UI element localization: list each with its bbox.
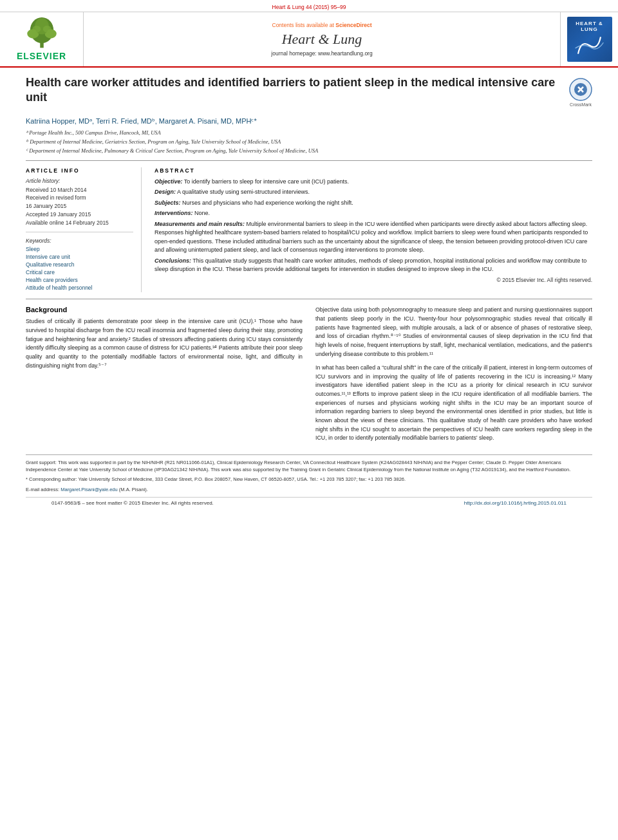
keyword-5: Health care providers	[26, 277, 133, 283]
design-text: A qualitative study using semi-structure…	[177, 189, 310, 195]
affiliation-c: ᶜ Department of Internal Medicine, Pulmo…	[26, 147, 592, 155]
article-dates: Received 10 March 2014 Received in revis…	[26, 186, 133, 227]
journal-title: Heart & Lung	[282, 31, 362, 48]
info-abstract-section: ARTICLE INFO Article history: Received 1…	[26, 160, 592, 293]
elsevier-name: ELSEVIER	[17, 51, 66, 61]
conclusions-label: Conclusions:	[154, 257, 191, 264]
article-info-col: ARTICLE INFO Article history: Received 1…	[26, 167, 142, 293]
corresponding-footnote: * Corresponding author: Yale University …	[26, 476, 592, 483]
hl-logo: HEART & LUNG	[567, 17, 612, 62]
svg-point-6	[42, 26, 51, 33]
affiliation-b: ᵇ Department of Internal Medicine, Geria…	[26, 138, 592, 146]
journal-center-header: Contents lists available at ScienceDirec…	[84, 12, 560, 66]
background-para1: Studies of critically ill patients demon…	[26, 317, 303, 370]
sciencedirect-label: Contents lists available at ScienceDirec…	[272, 22, 372, 28]
doi-footer: http://dx.doi.org/10.1016/j.hrtlng.2015.…	[464, 500, 566, 506]
info-divider	[26, 232, 133, 232]
background-para3: In what has been called a “cultural shif…	[315, 364, 592, 443]
abstract-heading: ABSTRACT	[154, 167, 592, 174]
journal-citation: Heart & Lung 44 (2015) 95–99	[0, 3, 618, 12]
affiliations: ᵃ Portage Health Inc., 500 Campus Drive,…	[26, 129, 592, 155]
journal-header: Heart & Lung 44 (2015) 95–99 ELSEVIER	[0, 0, 618, 68]
abstract-text: Objective: To identify barriers to sleep…	[154, 178, 592, 274]
article-body: Health care worker attitudes and identif…	[0, 68, 618, 516]
objective-label: Objective:	[154, 178, 183, 185]
abstract-col: ABSTRACT Objective: To identify barriers…	[154, 167, 592, 293]
keyword-1: Sleep	[26, 246, 133, 252]
keyword-3: Qualitative research	[26, 261, 133, 268]
received-date: Received 10 March 2014	[26, 186, 133, 194]
email-address: Margaret.Pisani@yale.edu	[61, 487, 118, 492]
crossmark-label: CrossMark	[570, 102, 592, 107]
journal-homepage: journal homepage: www.heartandlung.org	[271, 50, 372, 57]
revised-label: Received in revised form	[26, 194, 133, 202]
background-para2: Objective data using both polysomnograph…	[315, 306, 592, 359]
elsevier-logo-area: ELSEVIER	[0, 12, 84, 66]
affiliation-a: ᵃ Portage Health Inc., 500 Campus Drive,…	[26, 129, 592, 137]
keywords-section: Keywords: Sleep Intensive care unit Qual…	[26, 238, 133, 291]
elsevier-tree-icon	[19, 17, 64, 50]
online-date: Available online 14 February 2015	[26, 219, 133, 227]
hl-logo-area: HEART & LUNG	[560, 12, 618, 66]
article-title: Health care worker attitudes and identif…	[26, 75, 561, 106]
conclusions-text: This qualitative study suggests that hea…	[154, 257, 586, 273]
footnotes-section: Grant support: This work was supported i…	[26, 454, 592, 493]
objective-text: To identify barriers to sleep for intens…	[184, 178, 349, 185]
keyword-4: Critical care	[26, 269, 133, 275]
subjects-text: Nurses and physicians who had experience…	[182, 200, 353, 206]
subjects-label: Subjects:	[154, 200, 181, 206]
body-section: Background Studies of critically ill pat…	[26, 299, 592, 447]
email-footnote: E-mail address: Margaret.Pisani@yale.edu…	[26, 486, 592, 493]
crossmark-area: CrossMark	[569, 78, 592, 107]
revised-date: 16 January 2015	[26, 202, 133, 210]
keyword-2: Intensive care unit	[26, 254, 133, 260]
body-right-col: Objective data using both polysomnograph…	[315, 306, 592, 447]
issn-footer: 0147-9563/$ – see front matter © 2015 El…	[52, 500, 214, 506]
email-label: E-mail address:	[26, 487, 59, 492]
grant-footnote: Grant support: This work was supported i…	[26, 459, 592, 474]
svg-point-5	[32, 26, 41, 33]
title-section: Health care worker attitudes and identif…	[26, 75, 592, 111]
crossmark-icon	[569, 78, 592, 101]
interventions-label: Interventions:	[154, 210, 193, 216]
keywords-label: Keywords:	[26, 238, 133, 244]
abstract-copyright: © 2015 Elsevier Inc. All rights reserved…	[154, 277, 592, 283]
accepted-date: Accepted 19 January 2015	[26, 210, 133, 219]
measurements-label: Measurements and main results:	[154, 221, 245, 227]
interventions-text: None.	[194, 210, 210, 216]
background-heading: Background	[26, 306, 303, 313]
keyword-6: Attitude of health personnel	[26, 285, 133, 291]
article-info-heading: ARTICLE INFO	[26, 167, 133, 174]
authors: Katriina Hopper, MDᵃ, Terri R. Fried, MD…	[26, 117, 592, 126]
history-label: Article history:	[26, 178, 133, 184]
email-name: (M.A. Pisani).	[119, 487, 148, 492]
journal-main-header: ELSEVIER Contents lists available at Sci…	[0, 12, 618, 66]
body-left-col: Background Studies of critically ill pat…	[26, 306, 303, 447]
design-label: Design:	[154, 189, 176, 195]
page-footer: 0147-9563/$ – see front matter © 2015 El…	[26, 497, 592, 509]
